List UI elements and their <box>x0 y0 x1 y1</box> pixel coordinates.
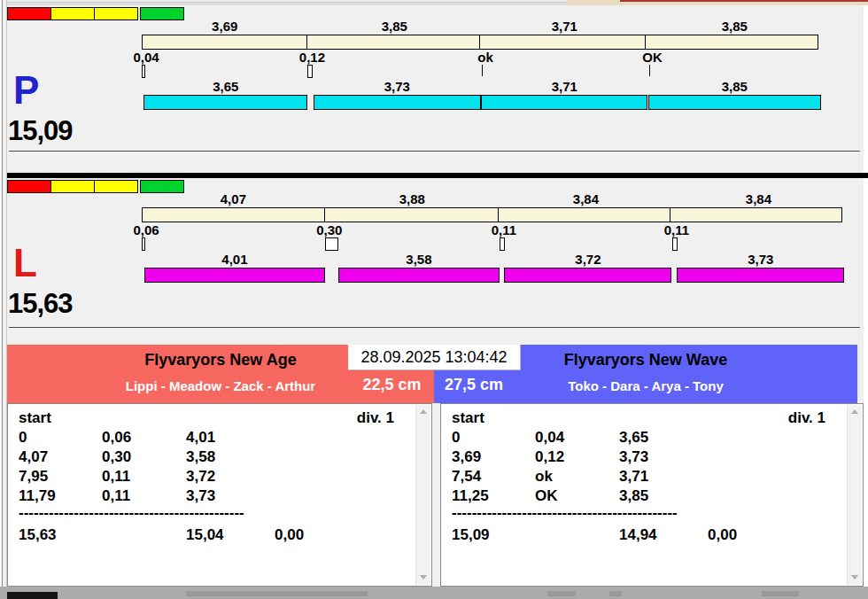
table-scrollbar[interactable] <box>847 405 862 585</box>
split-value-label: 3,71 <box>552 19 577 33</box>
scroll-down-button[interactable] <box>416 571 430 585</box>
start-label: start <box>452 408 484 428</box>
chevron-down-icon <box>851 575 858 580</box>
scroll-up-button[interactable] <box>848 405 862 419</box>
total-penalty: 0,00 <box>708 525 737 545</box>
taskbar-app-block <box>7 592 58 599</box>
table-cell: 3,71 <box>619 467 648 486</box>
lap-value-label: 3,72 <box>575 253 601 266</box>
exchange-marker <box>142 237 145 251</box>
taskbar-text-remnant <box>547 591 576 596</box>
split-bar-segment <box>142 35 307 50</box>
split-bar-segment <box>306 35 480 50</box>
lap-bar-segment <box>314 95 481 110</box>
exchange-marker <box>649 65 650 76</box>
scroll-up-button[interactable] <box>416 405 430 419</box>
split-value-label: 3,85 <box>722 19 748 33</box>
split-bars-l: 4,073,883,843,840,060,300,110,114,013,58… <box>7 178 864 330</box>
table-cell: 7,54 <box>452 467 481 486</box>
taskbar-text-remnant <box>186 591 368 596</box>
table-scrollbar[interactable] <box>415 405 430 585</box>
table-row: 00,043,65 <box>441 428 863 447</box>
table-cell: 0,11 <box>102 467 130 486</box>
lane-letter: P <box>13 71 39 110</box>
split-value-label: 3,84 <box>746 192 771 206</box>
table-row: 7,950,113,72 <box>8 467 431 486</box>
total-time: 15,63 <box>19 525 57 545</box>
table-row: 00,064,01 <box>8 428 431 447</box>
total-penalty: 0,00 <box>275 525 304 545</box>
exchange-mark-label: 0,12 <box>299 51 325 64</box>
total-run-time: 15,04 <box>186 525 224 545</box>
total-run-time: 14,94 <box>619 525 657 545</box>
table-cell: 4,01 <box>186 428 215 447</box>
split-bar-segment <box>479 35 646 50</box>
table-cell: 0 <box>452 428 460 447</box>
scroll-down-button[interactable] <box>848 571 862 585</box>
lane-baseline <box>9 151 860 152</box>
table-row: 4,070,303,58 <box>8 447 431 467</box>
lap-value-label: 3,71 <box>552 80 577 93</box>
split-bar-segment <box>645 35 818 50</box>
table-separator: ----------------------------------------… <box>452 503 678 523</box>
table-cell: 0 <box>19 428 27 447</box>
lap-bar-segment <box>481 95 647 110</box>
table-cell: 3,72 <box>186 467 215 486</box>
exchange-mark-label: 0,06 <box>133 223 159 237</box>
split-bar-segment <box>324 207 499 222</box>
exchange-marker <box>500 237 505 251</box>
split-bars-p: 3,693,853,713,850,040,12okOK3,653,733,71… <box>7 5 864 173</box>
taskbar <box>0 587 868 599</box>
table-row: 7,54ok3,71 <box>441 467 863 486</box>
lap-value-label: 3,58 <box>406 253 431 266</box>
lap-value-label: 3,73 <box>748 253 773 266</box>
team-split-bar <box>142 207 842 222</box>
table-header-row: start div. 1 <box>8 408 431 428</box>
chevron-down-icon <box>420 575 427 580</box>
exchange-mark-label: 0,30 <box>316 223 342 237</box>
distance-label-left: 22,5 cm <box>352 374 432 396</box>
split-bar-segment <box>670 207 842 222</box>
lane-panel-p: 3,693,853,713,850,040,12okOK3,653,733,71… <box>7 5 864 173</box>
exchange-mark-label: 0,04 <box>133 51 159 64</box>
window-left-border <box>0 0 7 599</box>
exchange-marker <box>482 65 483 76</box>
lane-baseline <box>9 327 860 328</box>
table-cell: 0,12 <box>535 447 564 467</box>
exchange-mark-label: 0,11 <box>492 223 516 237</box>
table-cell: 3,69 <box>452 447 481 467</box>
results-table-new-wave: start div. 1 00,043,653,690,123,737,54ok… <box>440 403 864 587</box>
table-cell: 0,30 <box>102 447 131 467</box>
split-value-label: 3,84 <box>573 192 599 206</box>
split-value-label: 3,88 <box>399 192 425 206</box>
table-cell: 3,73 <box>619 447 648 467</box>
team-split-bar <box>142 35 818 50</box>
window-right-scroll-strip[interactable] <box>864 5 868 587</box>
lap-bar-segment <box>677 268 844 283</box>
table-cell: 0,06 <box>102 428 131 447</box>
table-cell: 0,04 <box>535 428 564 447</box>
lane-total-time: 15,09 <box>8 117 73 144</box>
lap-bar-segment <box>144 268 325 283</box>
lane-total-time: 15,63 <box>8 290 73 317</box>
table-cell: 4,07 <box>19 447 48 467</box>
chevron-up-icon <box>851 409 858 414</box>
total-time: 15,09 <box>452 525 490 545</box>
exchange-mark-label: OK <box>642 51 663 64</box>
lap-bar-segment <box>143 95 307 110</box>
datetime-display: 28.09.2025 13:04:42 <box>348 345 521 370</box>
table-cell: 3,65 <box>619 428 648 447</box>
toolbar-accent-line <box>620 0 868 2</box>
exchange-marker <box>142 65 145 78</box>
table-cell: 3,58 <box>186 447 215 467</box>
split-value-label: 3,85 <box>382 19 407 33</box>
exchange-mark-label: 0,11 <box>664 223 689 237</box>
lane-panel-l: 4,073,883,843,840,060,300,110,114,013,58… <box>7 178 864 330</box>
division-label: div. 1 <box>357 408 394 428</box>
split-value-label: 3,69 <box>212 19 237 33</box>
table-cell: ok <box>535 467 553 486</box>
split-bar-segment <box>142 207 325 222</box>
results-table-new-age: start div. 1 00,064,014,070,303,587,950,… <box>7 403 432 587</box>
table-header-row: start div. 1 <box>441 408 863 428</box>
lap-bar-segment <box>504 268 671 283</box>
